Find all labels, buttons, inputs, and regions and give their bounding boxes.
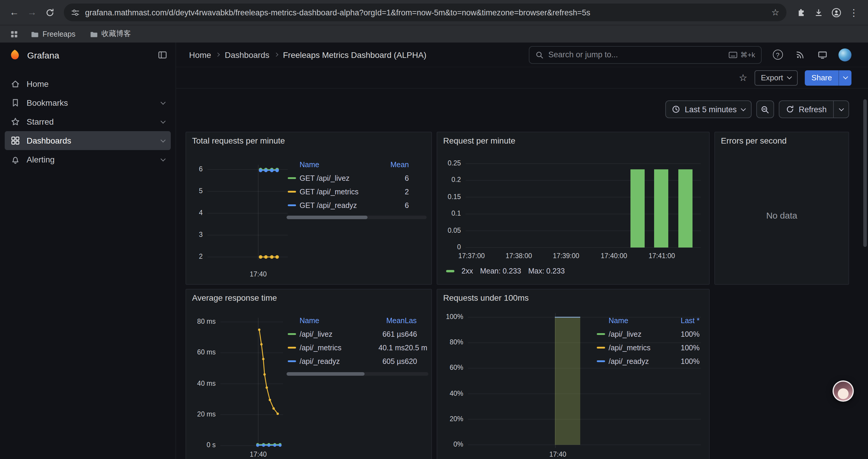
series-name[interactable]: /api/_readyz	[300, 357, 368, 365]
series-value: 100%	[671, 343, 700, 352]
y-tick-label: 100%	[440, 313, 463, 320]
refresh-button[interactable]: Refresh	[779, 101, 833, 118]
breadcrumb: Home Dashboards Freeleaps Metrics Dashbo…	[189, 50, 519, 59]
nav-icon-group: ?	[771, 48, 851, 61]
refresh-button-group: Refresh	[778, 100, 849, 118]
floating-assistant-avatar[interactable]	[833, 381, 854, 402]
extensions-button[interactable]	[793, 4, 809, 21]
panel-title[interactable]: Requests under 100ms	[443, 293, 529, 302]
series-color-indicator	[288, 177, 296, 179]
menu-button[interactable]: ⋮	[845, 4, 862, 21]
panel-toggle-icon[interactable]	[158, 50, 167, 60]
panel-title[interactable]: Errors per second	[721, 136, 787, 145]
bookmark-star-icon[interactable]: ☆	[771, 7, 779, 18]
panel-total-requests-per-minute: Total requests per minute 6543217:40Name…	[186, 132, 432, 285]
reload-button[interactable]	[41, 4, 58, 21]
sidebar-item-label: Alerting	[27, 155, 55, 164]
scrollbar-thumb[interactable]	[286, 216, 368, 219]
sidebar-item-alerting[interactable]: Alerting	[5, 150, 171, 169]
series-name[interactable]: /api/_livez	[300, 330, 368, 338]
profile-icon	[831, 7, 841, 18]
search-input[interactable]: Search or jump to... ⌘+k	[529, 46, 762, 64]
breadcrumb-home[interactable]: Home	[189, 50, 211, 59]
sidebar-item-bookmarks[interactable]: Bookmarks	[5, 93, 171, 112]
y-tick-label: 0%	[440, 441, 463, 448]
panel-title[interactable]: Average response time	[192, 293, 277, 302]
legend-column-header[interactable]: Name	[300, 317, 368, 325]
chevron-down-icon	[161, 156, 166, 161]
scrollbar-thumb[interactable]	[863, 99, 867, 247]
series-name[interactable]: /api/_readyz	[609, 357, 671, 365]
series-name[interactable]: /api/_metrics	[300, 343, 368, 352]
refresh-interval-dropdown[interactable]	[833, 101, 848, 118]
page-scrollbar[interactable]	[863, 89, 867, 459]
address-bar[interactable]: grafana.mathmast.com/d/deytv4rwavabkb/fr…	[64, 4, 786, 21]
downloads-button[interactable]	[810, 4, 827, 21]
sidebar-item-label: Home	[27, 79, 49, 89]
panel-requests-under-100ms: Requests under 100ms 100%80%60%40%20%0%1…	[437, 289, 710, 459]
keyboard-icon	[728, 51, 737, 58]
share-dropdown[interactable]	[838, 70, 851, 85]
user-avatar[interactable]	[838, 48, 851, 61]
legend-column-header[interactable]: Mean	[368, 317, 405, 325]
back-button[interactable]: ←	[6, 4, 23, 21]
dashboard-actions: ☆ Export Share	[176, 67, 868, 89]
legend-column-header[interactable]: Last *	[671, 317, 700, 325]
series-color-indicator	[288, 204, 296, 206]
series-name[interactable]: GET /api/_metrics	[300, 188, 375, 196]
zoom-out-icon	[761, 105, 769, 114]
series-name[interactable]: /api/_livez	[609, 330, 671, 338]
help-button[interactable]: ?	[771, 48, 784, 61]
legend-scrollbar[interactable]	[286, 216, 427, 219]
bookmark-folder-blogs[interactable]: 收藏博客	[85, 27, 135, 41]
scrollbar-thumb[interactable]	[286, 372, 365, 376]
brand-name: Grafana	[27, 50, 152, 60]
breadcrumb-dashboards[interactable]: Dashboards	[225, 50, 270, 59]
time-range-picker[interactable]: Last 5 minutes	[665, 100, 752, 118]
legend-column-header[interactable]: Name	[300, 161, 375, 169]
series-name[interactable]: 2xx	[462, 267, 473, 275]
sidebar-item-dashboards[interactable]: Dashboards	[5, 131, 171, 150]
export-button[interactable]: Export	[754, 70, 798, 85]
legend-scrollbar[interactable]	[286, 372, 428, 376]
bookmark-folder-freeleaps[interactable]: Freeleaps	[26, 28, 80, 40]
series-color-indicator	[288, 191, 296, 193]
chevron-down-icon	[161, 119, 166, 124]
y-tick-label: 2	[186, 253, 203, 260]
forward-icon: →	[27, 7, 37, 18]
y-tick-label: 0.15	[437, 193, 461, 200]
chevron-down-icon	[843, 74, 848, 79]
kiosk-button[interactable]	[816, 48, 829, 61]
series-name[interactable]: /api/_metrics	[609, 343, 671, 352]
apps-shortcut-button[interactable]	[7, 27, 21, 41]
series-name[interactable]: GET /api/_readyz	[300, 201, 375, 209]
forward-button[interactable]: →	[24, 4, 40, 21]
no-data-message: No data	[715, 210, 848, 220]
legend-column-header[interactable]: Name	[609, 317, 671, 325]
profile-button[interactable]	[828, 4, 844, 21]
y-tick-label: 0.1	[437, 210, 461, 217]
legend-column-header[interactable]: Las	[405, 317, 428, 325]
series-value: 40.1 ms	[368, 343, 405, 352]
series-name[interactable]: GET /api/_livez	[300, 174, 375, 182]
time-controls: Last 5 minutes Refresh	[176, 100, 868, 118]
sidebar-item-label: Starred	[27, 117, 54, 126]
panel-title[interactable]: Request per minute	[443, 136, 515, 145]
bookmark-label: 收藏博客	[101, 29, 131, 39]
grafana-logo[interactable]	[8, 48, 21, 61]
series-value: 6	[375, 201, 409, 209]
news-button[interactable]	[794, 48, 807, 61]
help-icon: ?	[773, 50, 783, 60]
share-button[interactable]: Share	[805, 70, 851, 85]
sidebar-item-starred[interactable]: Starred	[5, 112, 171, 131]
zoom-out-button[interactable]	[756, 100, 774, 118]
bell-icon	[11, 155, 20, 164]
legend-max: Max: 0.233	[528, 267, 565, 275]
legend-column-header[interactable]: Mean	[375, 161, 409, 169]
sidebar-item-home[interactable]: Home	[5, 74, 171, 93]
favorite-star-button[interactable]: ☆	[739, 73, 747, 83]
panel-title[interactable]: Total requests per minute	[192, 136, 285, 145]
back-icon: ←	[9, 7, 19, 18]
x-tick-label: 17:40:00	[596, 252, 632, 259]
chevron-down-icon	[161, 100, 166, 104]
